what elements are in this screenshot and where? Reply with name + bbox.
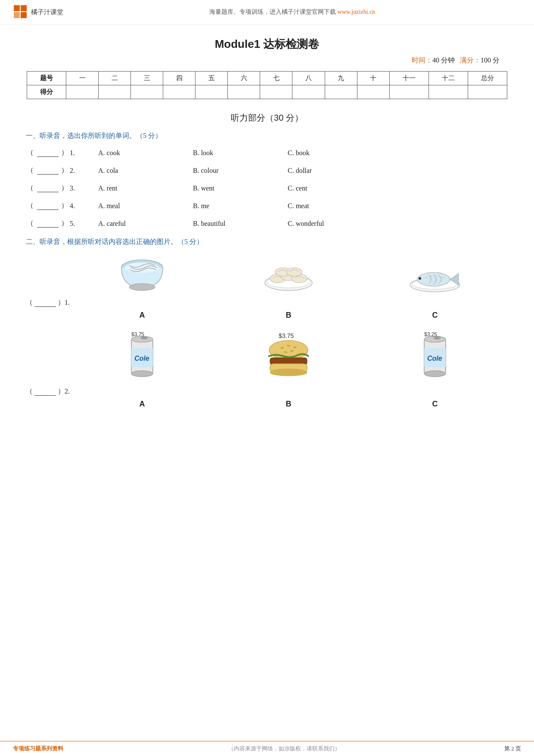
cell-12: 十二 <box>428 72 468 85</box>
cell-total: 总分 <box>468 72 507 85</box>
cell-6: 六 <box>228 72 260 85</box>
svg-point-44 <box>424 371 446 377</box>
cell-3: 三 <box>131 72 163 85</box>
score-2 <box>99 85 131 99</box>
q2-label-a: A <box>69 400 215 409</box>
score-4 <box>163 85 196 99</box>
cell-8: 八 <box>292 72 325 85</box>
logo-text: 橘子汁课堂 <box>31 8 63 16</box>
cell-2: 二 <box>99 72 131 85</box>
q2-label-b: B <box>215 400 362 409</box>
q2-option-a-img: $3.75 Cole <box>69 328 215 384</box>
score-8 <box>292 85 325 99</box>
svg-point-22 <box>443 277 444 278</box>
svg-rect-30 <box>143 337 146 338</box>
svg-point-17 <box>419 277 421 280</box>
svg-point-6 <box>125 262 159 273</box>
svg-rect-48 <box>436 337 438 338</box>
footer-center: （内容来源于网络，如涉版权，请联系我们） <box>82 745 487 753</box>
q2-option-c-img: $3.25 Cole <box>362 328 508 384</box>
header-tagline: 海量题库、专项训练，进入橘子汁课堂官网下载 www.juzizhi.cn <box>63 8 521 16</box>
cell-10: 十 <box>357 72 389 85</box>
score-total <box>468 85 507 99</box>
svg-point-21 <box>438 275 440 277</box>
page-title: Module1 达标检测卷 <box>0 37 534 52</box>
svg-point-40 <box>270 369 307 376</box>
cell-5: 五 <box>196 72 228 85</box>
q1-option-c-img <box>362 253 508 296</box>
footer-right: 第 2 页 <box>487 745 521 753</box>
score-6 <box>228 85 260 99</box>
svg-point-26 <box>131 371 153 377</box>
q1-option-b-img <box>215 253 362 296</box>
svg-point-20 <box>434 275 436 277</box>
question-row-2: （ ） 2. A. cola B. colour C. dollar <box>26 166 508 175</box>
svg-point-5 <box>129 284 155 291</box>
score-10 <box>357 85 389 99</box>
svg-point-19 <box>430 275 432 277</box>
page-footer: 专项练习题系列资料 （内容来源于网络，如涉版权，请联系我们） 第 2 页 <box>0 741 534 756</box>
svg-rect-2 <box>14 12 20 18</box>
svg-point-16 <box>417 272 450 286</box>
question-row-4: （ ） 4. A. meal B. me C. meat <box>26 201 508 210</box>
subsection1-questions: （ ） 1. A. cook B. look C. book （ ） 2. A.… <box>26 148 508 228</box>
picture-question-2: $3.75 Cole $3.75 <box>26 328 508 409</box>
svg-text:Cole: Cole <box>427 355 442 362</box>
cell-1: 一 <box>66 72 99 85</box>
score-9 <box>325 85 357 99</box>
q1-label-a: A <box>69 311 215 320</box>
svg-point-13 <box>286 268 302 276</box>
picture-question-1: （ ）1. A B C <box>26 253 508 320</box>
logo-icon <box>13 4 28 20</box>
question-row-5: （ ） 5. A. careful B. beautiful C. wonder… <box>26 219 508 228</box>
time-info: 时间：40 分钟 满分：100 分 <box>0 56 534 65</box>
q2-option-b-img: $3.75 <box>215 328 362 384</box>
svg-text:$3.75: $3.75 <box>279 332 294 339</box>
svg-text:Cole: Cole <box>134 355 149 362</box>
q1-option-a-img <box>69 253 215 296</box>
svg-point-18 <box>425 277 427 278</box>
footer-left: 专项练习题系列资料 <box>13 745 82 753</box>
subsection1-title: 一、听录音，选出你所听到的单词。（5 分） <box>26 131 534 141</box>
score-7 <box>260 85 292 99</box>
q1-label-c: C <box>362 311 508 320</box>
question-row-1: （ ） 1. A. cook B. look C. book <box>26 148 508 157</box>
cell-7: 七 <box>260 72 292 85</box>
score-1 <box>66 85 99 99</box>
svg-rect-3 <box>21 12 27 18</box>
score-table-header-row: 题号 一 二 三 四 五 六 七 八 九 十 十一 十二 总分 <box>27 72 507 85</box>
cell-11: 十一 <box>389 72 428 85</box>
score-12 <box>428 85 468 99</box>
cell-defen: 得分 <box>27 85 66 99</box>
cell-tihao: 题号 <box>27 72 66 85</box>
score-table: 题号 一 二 三 四 五 六 七 八 九 十 十一 十二 总分 得分 <box>27 71 507 99</box>
q1-label-b: B <box>215 311 362 320</box>
score-table-score-row: 得分 <box>27 85 507 99</box>
score-11 <box>389 85 428 99</box>
logo: 橘子汁课堂 <box>13 4 63 20</box>
cell-4: 四 <box>163 72 196 85</box>
score-5 <box>196 85 228 99</box>
score-3 <box>131 85 163 99</box>
listening-section-title: 听力部分（30 分） <box>0 112 534 124</box>
svg-rect-0 <box>14 5 20 11</box>
cell-9: 九 <box>325 72 357 85</box>
question-row-3: （ ） 3. A. rent B. went C. cent <box>26 184 508 193</box>
page-header: 橘子汁课堂 海量题库、专项训练，进入橘子汁课堂官网下载 www.juzizhi.… <box>0 0 534 25</box>
q2-label-c: C <box>362 400 508 409</box>
subsection2-title: 二、听录音，根据所听对话内容选出正确的图片。（5 分） <box>26 237 534 247</box>
svg-rect-1 <box>21 5 27 11</box>
